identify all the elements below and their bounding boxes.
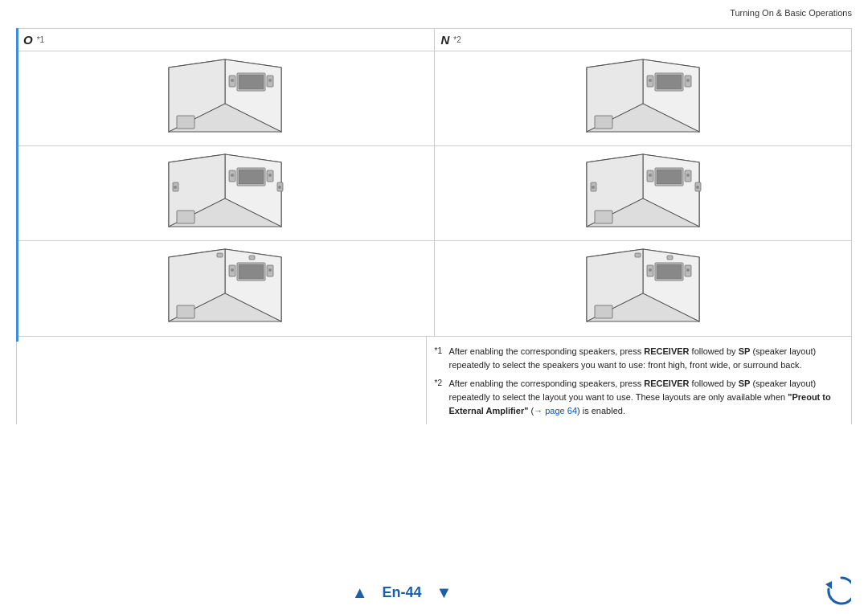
svg-point-63 [592, 186, 595, 189]
svg-point-9 [231, 79, 234, 82]
page-header-title: Turning On & Basic Operations [730, 8, 852, 18]
column-o-image-3 [17, 241, 434, 336]
column-o-image-1 [17, 51, 434, 146]
svg-rect-31 [239, 264, 264, 279]
room-illustration-n3 [579, 245, 707, 332]
svg-rect-8 [177, 116, 194, 129]
column-n-footnote: *2 [453, 35, 461, 44]
column-n-label: N [441, 33, 450, 47]
column-n-image-3 [435, 241, 852, 336]
column-o-image-2 [17, 146, 434, 241]
svg-rect-47 [595, 116, 612, 129]
svg-point-48 [649, 79, 652, 82]
svg-rect-36 [177, 305, 194, 318]
prev-page-arrow[interactable]: ▲ [352, 583, 368, 602]
room-illustration-o2 [161, 150, 289, 237]
svg-point-24 [174, 186, 177, 189]
svg-point-64 [696, 186, 699, 189]
left-accent-border [16, 28, 18, 342]
svg-rect-5 [239, 75, 264, 89]
footnotes-section: *1 After enabling the corresponding spea… [427, 337, 852, 424]
svg-point-38 [268, 268, 272, 272]
svg-rect-60 [595, 211, 612, 223]
svg-rect-16 [239, 170, 264, 184]
room-illustration-o1 [161, 55, 289, 142]
page-number: En-44 [382, 584, 421, 601]
svg-point-37 [231, 268, 234, 272]
column-o-footnote: *1 [37, 35, 44, 44]
svg-rect-70 [657, 264, 682, 279]
back-button[interactable] [815, 569, 854, 608]
svg-point-23 [268, 174, 272, 177]
column-n-header: N *2 [435, 29, 852, 51]
footnote-2-text: After enabling the corresponding speaker… [449, 377, 844, 418]
footnote-2: *2 After enabling the corresponding spea… [435, 377, 844, 418]
room-illustration-o3 [161, 245, 289, 332]
svg-rect-34 [217, 253, 223, 257]
footnote-1-marker: *1 [435, 345, 449, 372]
svg-point-49 [686, 79, 690, 82]
svg-point-77 [686, 268, 690, 272]
svg-point-10 [268, 79, 272, 82]
svg-rect-75 [595, 305, 612, 318]
footnote-2-marker: *2 [435, 377, 449, 418]
svg-rect-44 [657, 75, 682, 89]
svg-rect-55 [657, 170, 682, 184]
column-n-image-2 [435, 146, 852, 241]
room-illustration-n2 [579, 150, 707, 237]
svg-point-62 [686, 174, 690, 177]
svg-rect-21 [177, 211, 194, 223]
room-illustration-n1 [579, 55, 707, 142]
column-o-header: O *1 [17, 29, 434, 51]
footnote-1-text: After enabling the corresponding speaker… [449, 345, 844, 372]
svg-rect-35 [249, 256, 255, 260]
column-n-image-1 [435, 51, 852, 146]
back-icon [817, 571, 851, 605]
svg-point-76 [649, 268, 652, 272]
column-o-label: O [23, 33, 33, 47]
column-n: N *2 [435, 29, 852, 336]
svg-point-22 [231, 174, 234, 177]
svg-point-61 [649, 174, 652, 177]
page-footer: ▲ En-44 ▼ [0, 583, 804, 602]
svg-rect-74 [667, 256, 673, 260]
footnote-1: *1 After enabling the corresponding spea… [435, 345, 844, 372]
next-page-arrow[interactable]: ▼ [436, 583, 452, 602]
column-o: O *1 [17, 29, 435, 336]
svg-rect-73 [635, 253, 641, 257]
svg-point-25 [278, 186, 281, 189]
